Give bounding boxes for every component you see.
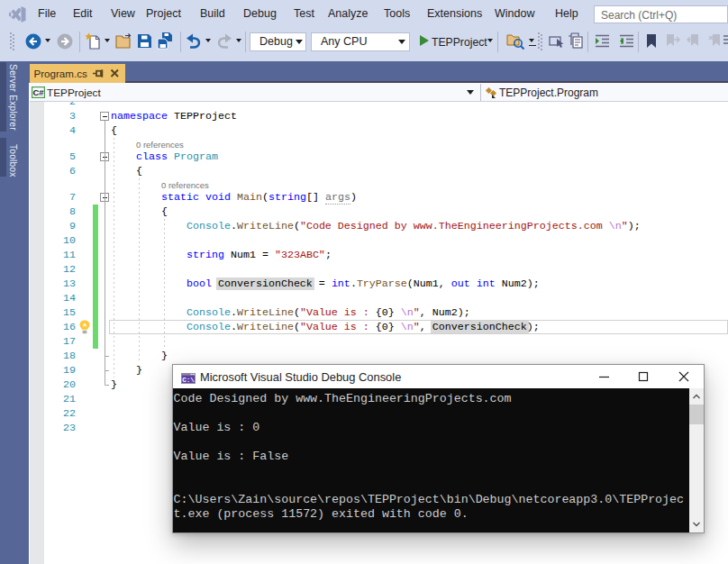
svg-text:C#: C# (32, 87, 44, 97)
svg-text:C:\: C:\ (182, 377, 195, 384)
